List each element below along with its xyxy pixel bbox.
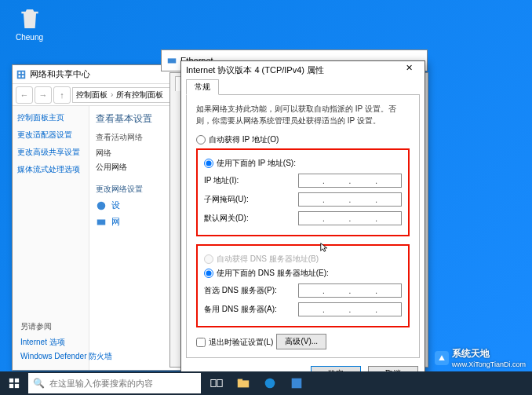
tab-general[interactable]: 常规 [186, 79, 219, 95]
radio-auto-dns: 自动获得 DNS 服务器地址(B) [204, 254, 402, 265]
chevron-right-icon: › [111, 90, 113, 99]
wizard-icon [96, 200, 107, 211]
svg-rect-10 [9, 384, 13, 388]
network-type: 公用网络 [96, 162, 127, 173]
see-also-heading: 另请参阅 [20, 321, 112, 332]
svg-rect-15 [238, 379, 242, 382]
dns-primary-label: 首选 DNS 服务器(P): [204, 285, 298, 296]
svg-rect-8 [9, 379, 13, 382]
description-text: 如果网络支持此功能，则可以获取自动指派的 IP 设置。否则，你需要从网络系统管理… [196, 103, 410, 126]
search-icon: 🔍 [33, 378, 45, 389]
close-button[interactable]: ✕ [398, 63, 420, 77]
watermark: 系统天地 www.XiTongTianDi.com [435, 347, 526, 368]
svg-rect-17 [292, 379, 302, 389]
nav-forward-button[interactable]: → [35, 86, 52, 104]
svg-point-16 [265, 379, 275, 389]
sidebar-link-adapter[interactable]: 更改适配器设置 [17, 130, 84, 141]
svg-rect-13 [217, 380, 222, 387]
dns-secondary-label: 备用 DNS 服务器(A): [204, 304, 298, 315]
taskbar-app-edge[interactable] [257, 371, 282, 395]
ip-address-input[interactable]: ... [298, 174, 402, 188]
control-panel-icon [16, 69, 27, 80]
window-ipv4-properties: Internet 协议版本 4 (TCP/IPv4) 属性 ✕ 常规 如果网络支… [180, 60, 425, 373]
breadcrumb-item[interactable]: 控制面板 [76, 90, 107, 101]
svg-rect-1 [19, 71, 21, 74]
validate-checkbox-row[interactable]: 退出时验证设置(L) 高级(V)... [196, 335, 410, 349]
radio-auto-ip[interactable]: 自动获得 IP 地址(O) [196, 134, 410, 145]
dns-secondary-input[interactable]: ... [298, 302, 402, 316]
watermark-logo-icon [435, 351, 449, 365]
see-also-link-internet[interactable]: Internet 选项 [20, 337, 112, 348]
network-name: 网络 [96, 148, 115, 159]
radio-input[interactable] [196, 135, 206, 144]
svg-rect-14 [238, 380, 249, 387]
taskbar-app-control-panel[interactable] [284, 371, 309, 395]
watermark-name: 系统天地 [452, 348, 490, 359]
radio-input[interactable] [204, 159, 213, 168]
svg-rect-3 [19, 75, 21, 77]
task-view-button[interactable] [204, 371, 229, 395]
highlight-box-ip: 使用下面的 IP 地址(S): IP 地址(I): ... 子网掩码(U): .… [196, 148, 410, 236]
radio-manual-dns[interactable]: 使用下面的 DNS 服务器地址(E): [204, 268, 402, 279]
checkbox-input[interactable] [196, 338, 206, 347]
search-placeholder: 在这里输入你要搜索的内容 [49, 378, 153, 390]
sidebar-link-home[interactable]: 控制面板主页 [17, 112, 84, 123]
radio-manual-ip[interactable]: 使用下面的 IP 地址(S): [204, 158, 402, 169]
taskbar-search-input[interactable]: 🔍 在这里输入你要搜索的内容 [28, 373, 201, 393]
taskbar: 🔍 在这里输入你要搜索的内容 [0, 371, 532, 395]
watermark-url: www.XiTongTianDi.com [452, 360, 526, 368]
desktop: Cheung 网络和共享中心 ← → ↑ 控制面板 › 所有控制面板 控制面板主… [0, 0, 532, 395]
start-button[interactable] [0, 371, 28, 395]
advanced-button[interactable]: 高级(V)... [276, 334, 326, 349]
titlebar[interactable]: Internet 协议版本 4 (TCP/IPv4) 属性 ✕ [181, 61, 425, 79]
gateway-input[interactable]: ... [298, 211, 402, 225]
svg-rect-11 [15, 384, 19, 388]
see-also-link-firewall[interactable]: Windows Defender 防火墙 [20, 351, 112, 362]
radio-input[interactable] [204, 269, 213, 278]
desktop-icon-recycle[interactable]: Cheung [16, 6, 43, 42]
svg-point-5 [97, 201, 106, 210]
radio-input [204, 254, 213, 264]
gateway-label: 默认网关(D): [204, 213, 298, 224]
windows-icon [9, 378, 20, 389]
subnet-mask-input[interactable]: ... [298, 192, 402, 207]
tab-strip: 常规 [181, 79, 425, 94]
svg-rect-6 [97, 219, 106, 225]
subnet-mask-label: 子网掩码(U): [204, 194, 298, 205]
recycle-bin-icon [17, 6, 42, 31]
ip-address-label: IP 地址(I): [204, 175, 298, 186]
nav-up-button[interactable]: ↑ [53, 86, 71, 104]
svg-rect-12 [211, 380, 216, 387]
svg-rect-0 [17, 70, 26, 79]
sidebar-link-streaming[interactable]: 媒体流式处理选项 [17, 164, 84, 175]
ethernet-icon [166, 55, 177, 66]
taskbar-app-explorer[interactable] [231, 371, 256, 395]
nav-back-button[interactable]: ← [16, 86, 33, 104]
svg-rect-7 [168, 58, 177, 63]
highlight-box-dns: 自动获得 DNS 服务器地址(B) 使用下面的 DNS 服务器地址(E): 首选… [196, 244, 410, 327]
network-icon [96, 217, 107, 228]
desktop-icon-label: Cheung [16, 33, 43, 42]
dns-primary-input[interactable]: ... [298, 283, 402, 298]
svg-rect-2 [22, 71, 24, 74]
sidebar-link-sharing[interactable]: 更改高级共享设置 [17, 147, 84, 158]
svg-rect-9 [15, 379, 19, 382]
svg-rect-4 [22, 75, 24, 77]
window-title: Internet 协议版本 4 (TCP/IPv4) 属性 [186, 64, 398, 76]
breadcrumb-item[interactable]: 所有控制面板 [116, 90, 163, 101]
properties-panel: 如果网络支持此功能，则可以获取自动指派的 IP 设置。否则，你需要从网络系统管理… [186, 94, 420, 358]
see-also-panel: 另请参阅 Internet 选项 Windows Defender 防火墙 [20, 321, 112, 365]
